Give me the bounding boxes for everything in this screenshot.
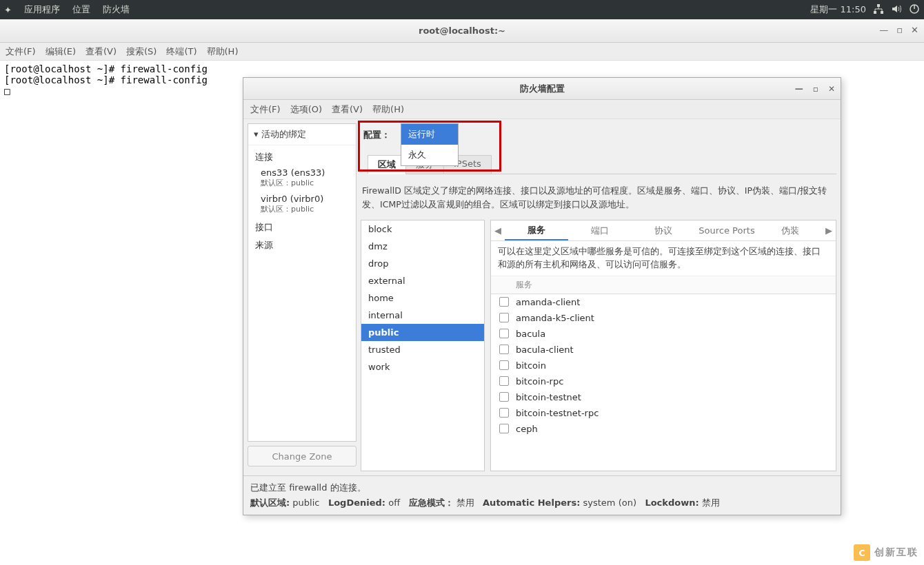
active-bindings-header: 活动的绑定 bbox=[261, 129, 306, 139]
terminal-menu-view[interactable]: 查看(V) bbox=[86, 45, 117, 58]
subtab-protocols[interactable]: 协议 bbox=[632, 222, 695, 240]
config-option-permanent[interactable]: 永久 bbox=[401, 145, 458, 165]
terminal-menu-file[interactable]: 文件(F) bbox=[6, 45, 36, 58]
watermark-text: 创新互联 bbox=[874, 546, 918, 559]
service-row[interactable]: bitcoin-rpc bbox=[491, 373, 836, 389]
service-checkbox[interactable] bbox=[499, 424, 509, 433]
terminal-close-button[interactable]: ✕ bbox=[911, 25, 918, 35]
menu-firewall-app[interactable]: 防火墙 bbox=[103, 3, 130, 16]
subtab-services[interactable]: 服务 bbox=[505, 221, 568, 240]
service-row[interactable]: bitcoin-testnet bbox=[491, 389, 836, 405]
bindings-connections-label: 连接 bbox=[248, 148, 356, 166]
footer-autohelpers-value: system (on) bbox=[583, 497, 636, 508]
service-name: bitcoin bbox=[516, 360, 546, 371]
zone-description: FirewallD 区域定义了绑定的网络连接、接口以及源地址的可信程度。区域是服… bbox=[361, 181, 836, 217]
zone-item-internal[interactable]: internal bbox=[361, 307, 484, 324]
zone-item-block[interactable]: block bbox=[361, 220, 484, 238]
activities-icon: ✦ bbox=[4, 5, 12, 15]
dialog-menu-help[interactable]: 帮助(H) bbox=[372, 103, 404, 116]
watermark: C 创新互联 bbox=[854, 544, 918, 561]
binding-iface-ens33-zone: 默认区：public bbox=[248, 178, 356, 192]
scroll-right-icon[interactable]: ▶ bbox=[822, 225, 836, 236]
service-name: bitcoin-testnet bbox=[516, 392, 581, 402]
config-option-runtime[interactable]: 运行时 bbox=[401, 124, 458, 145]
service-row[interactable]: bacula-client bbox=[491, 342, 836, 358]
clock: 星期一 11:50 bbox=[810, 3, 866, 16]
terminal-menu-terminal[interactable]: 终端(T) bbox=[166, 45, 197, 58]
terminal-titlebar: root@localhost:~ — ▫ ✕ bbox=[0, 19, 924, 43]
tab-zones[interactable]: 区域 bbox=[368, 155, 405, 174]
footer-panic-value: 禁用 bbox=[456, 497, 474, 508]
footer-autohelpers-label: Automatic Helpers: bbox=[483, 497, 580, 508]
zone-item-public[interactable]: public bbox=[361, 324, 484, 341]
volume-icon[interactable] bbox=[891, 3, 902, 17]
configuration-label: 配置： bbox=[363, 129, 390, 141]
terminal-menu-help[interactable]: 帮助(H) bbox=[207, 45, 239, 58]
subtab-masquerade[interactable]: 伪装 bbox=[759, 222, 822, 240]
network-icon[interactable] bbox=[873, 3, 884, 17]
change-zone-button[interactable]: Change Zone bbox=[248, 446, 356, 466]
zone-item-external[interactable]: external bbox=[361, 272, 484, 289]
menu-places[interactable]: 位置 bbox=[72, 3, 90, 16]
services-column-header: 服务 bbox=[491, 276, 836, 294]
footer-default-zone-value: public bbox=[292, 497, 319, 508]
service-checkbox[interactable] bbox=[499, 392, 509, 402]
configuration-dropdown[interactable]: 运行时 永久 bbox=[401, 123, 459, 166]
dialog-maximize-button[interactable]: ▫ bbox=[813, 84, 818, 94]
service-row[interactable]: bitcoin-testnet-rpc bbox=[491, 405, 836, 421]
zone-item-dmz[interactable]: dmz bbox=[361, 238, 484, 255]
service-checkbox[interactable] bbox=[499, 376, 509, 386]
svg-rect-2 bbox=[881, 11, 883, 14]
subtab-sourceports[interactable]: Source Ports bbox=[695, 223, 759, 238]
binding-iface-ens33[interactable]: ens33 (ens33) bbox=[248, 166, 356, 178]
zone-list[interactable]: blockdmzdropexternalhomeinternalpublictr… bbox=[361, 220, 485, 471]
watermark-logo-icon: C bbox=[854, 544, 870, 561]
gnome-top-panel: ✦ 应用程序 位置 防火墙 星期一 11:50 bbox=[0, 0, 924, 19]
dialog-minimize-button[interactable]: — bbox=[795, 84, 803, 94]
terminal-maximize-button[interactable]: ▫ bbox=[896, 25, 903, 35]
zone-item-work[interactable]: work bbox=[361, 358, 484, 376]
service-checkbox[interactable] bbox=[499, 345, 509, 354]
binding-iface-virbr0[interactable]: virbr0 (virbr0) bbox=[248, 192, 356, 204]
service-row[interactable]: bacula bbox=[491, 326, 836, 342]
service-row[interactable]: amanda-client bbox=[491, 294, 836, 310]
service-row[interactable]: amanda-k5-client bbox=[491, 310, 836, 326]
subtab-ports[interactable]: 端口 bbox=[568, 222, 632, 240]
services-list[interactable]: amanda-clientamanda-k5-clientbaculabacul… bbox=[491, 294, 836, 471]
menu-applications[interactable]: 应用程序 bbox=[24, 3, 60, 16]
scroll-left-icon[interactable]: ◀ bbox=[491, 225, 505, 236]
service-checkbox[interactable] bbox=[499, 297, 509, 307]
terminal-menu-search[interactable]: 搜索(S) bbox=[126, 45, 157, 58]
expand-icon[interactable]: ▾ bbox=[254, 129, 259, 139]
service-checkbox[interactable] bbox=[499, 329, 509, 338]
service-row[interactable]: ceph bbox=[491, 421, 836, 437]
dialog-menu-options[interactable]: 选项(O) bbox=[290, 103, 322, 116]
zone-item-trusted[interactable]: trusted bbox=[361, 341, 484, 358]
footer-logdenied-value: off bbox=[388, 497, 400, 508]
service-checkbox[interactable] bbox=[499, 313, 509, 322]
dialog-title: 防火墙配置 bbox=[520, 83, 565, 95]
power-icon[interactable] bbox=[909, 3, 920, 17]
footer-panic-label: 应急模式： bbox=[409, 497, 454, 508]
footer-lockdown-value: 禁用 bbox=[702, 497, 720, 508]
dialog-menu-view[interactable]: 查看(V) bbox=[332, 103, 363, 116]
service-name: amanda-k5-client bbox=[516, 313, 594, 323]
service-checkbox[interactable] bbox=[499, 408, 509, 418]
terminal-title: root@localhost:~ bbox=[419, 25, 505, 36]
zone-item-home[interactable]: home bbox=[361, 289, 484, 307]
terminal-menu-edit[interactable]: 编辑(E) bbox=[46, 45, 76, 58]
dialog-menu-file[interactable]: 文件(F) bbox=[250, 103, 281, 116]
footer-logdenied-label: LogDenied: bbox=[328, 497, 385, 508]
service-checkbox[interactable] bbox=[499, 360, 509, 370]
dialog-close-button[interactable]: ✕ bbox=[828, 84, 835, 94]
service-name: ceph bbox=[516, 424, 538, 434]
service-row[interactable]: bitcoin bbox=[491, 358, 836, 373]
binding-iface-virbr0-zone: 默认区：public bbox=[248, 204, 356, 218]
terminal-minimize-button[interactable]: — bbox=[879, 25, 888, 35]
svg-rect-0 bbox=[877, 4, 880, 7]
zone-detail-panel: ◀ 服务 端口 协议 Source Ports 伪装 ▶ 可以在这里定义区域中哪… bbox=[490, 220, 836, 471]
footer-lockdown-label: Lockdown: bbox=[645, 497, 699, 508]
active-bindings-panel: ▾ 活动的绑定 连接 ens33 (ens33) 默认区：public virb… bbox=[248, 123, 356, 442]
zone-item-drop[interactable]: drop bbox=[361, 255, 484, 272]
bindings-sources-label: 来源 bbox=[248, 236, 356, 254]
